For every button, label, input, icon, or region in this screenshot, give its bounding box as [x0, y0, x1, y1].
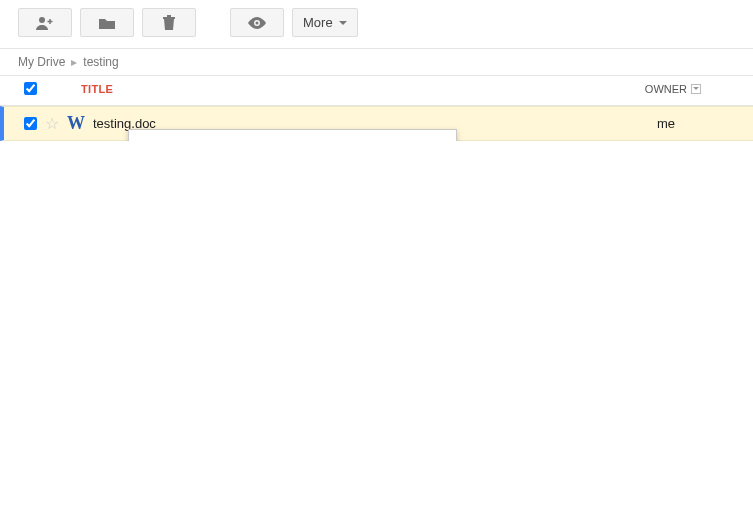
star-icon[interactable]: ☆: [45, 114, 59, 133]
folder-button[interactable]: [80, 8, 134, 37]
file-checkbox[interactable]: [24, 117, 37, 130]
context-menu: Preview Open with ▶ Share... ★ Add star …: [128, 129, 457, 141]
breadcrumb-current: testing: [83, 55, 118, 69]
word-doc-icon: W: [67, 113, 85, 134]
dropdown-icon: [691, 84, 701, 94]
trash-icon: [162, 15, 176, 31]
chevron-right-icon: ▸: [71, 55, 77, 69]
file-owner: me: [657, 116, 675, 131]
column-title[interactable]: TITLE: [81, 83, 113, 95]
column-header-row: TITLE OWNER: [0, 76, 753, 105]
folder-icon: [98, 16, 116, 30]
preview-button[interactable]: [230, 8, 284, 37]
toolbar: More: [0, 0, 753, 45]
add-person-button[interactable]: [18, 8, 72, 37]
select-all-checkbox[interactable]: [24, 82, 37, 95]
delete-button[interactable]: [142, 8, 196, 37]
eye-icon: [247, 17, 267, 29]
svg-point-2: [256, 21, 259, 24]
chevron-down-icon: [339, 21, 347, 25]
column-owner[interactable]: OWNER: [645, 83, 701, 95]
menu-preview[interactable]: Preview: [129, 136, 456, 141]
more-button[interactable]: More: [292, 8, 358, 37]
more-label: More: [303, 15, 333, 30]
breadcrumb: My Drive ▸ testing: [0, 49, 753, 75]
person-add-icon: [36, 16, 54, 30]
breadcrumb-root[interactable]: My Drive: [18, 55, 65, 69]
svg-point-0: [39, 17, 45, 23]
